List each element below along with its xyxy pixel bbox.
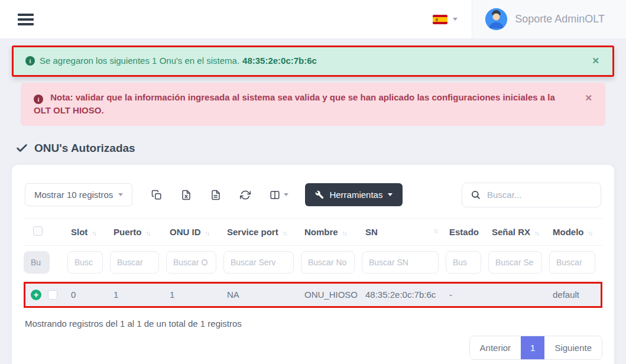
table-row: + 0 1 1 NA ONU_HIOSO 48:35:2e:0c:7b:6c -… xyxy=(24,282,602,308)
cell-puerto: 1 xyxy=(110,282,166,308)
refresh-button[interactable] xyxy=(231,185,260,205)
sort-icon: ↑↓ xyxy=(534,229,539,236)
header-onu-id[interactable]: ONU ID↑↓ xyxy=(166,218,223,246)
success-alert-text: Se agregaron los siguientes 1 Onu's en e… xyxy=(40,54,239,68)
refresh-icon xyxy=(240,190,251,200)
cell-sn: 48:35:2e:0c:7b:6c xyxy=(362,282,446,308)
tools-dropdown-button[interactable]: Herramientas xyxy=(305,183,403,206)
info-icon: i xyxy=(25,56,35,66)
close-icon[interactable]: ✕ xyxy=(585,92,592,105)
export-excel-button[interactable] xyxy=(171,185,201,205)
tools-dropdown-label: Herramientas xyxy=(329,190,382,200)
spain-flag-icon xyxy=(433,15,447,24)
filter-slot-input[interactable] xyxy=(67,251,103,274)
sort-icon: ↑↓ xyxy=(588,229,592,236)
excel-file-icon xyxy=(181,190,192,200)
chevron-down-icon xyxy=(118,193,123,196)
sort-icon: ↑↓ xyxy=(205,229,209,236)
search-input[interactable] xyxy=(487,190,592,200)
copy-icon xyxy=(151,190,162,200)
chevron-down-icon xyxy=(453,18,458,21)
filter-onu-id-input[interactable] xyxy=(166,251,216,274)
pagination-page-1-button[interactable]: 1 xyxy=(521,336,544,359)
row-checkbox[interactable] xyxy=(48,290,57,300)
header-slot[interactable]: Slot↑↓ xyxy=(67,218,110,246)
header-sn[interactable]: SN↑↓ xyxy=(362,218,446,246)
search-icon xyxy=(471,190,481,200)
user-menu[interactable]: Soporte AdminOLT xyxy=(472,0,626,38)
column-visibility-button[interactable] xyxy=(260,185,298,205)
header-select xyxy=(24,218,67,246)
sort-icon: ↑↓ xyxy=(433,227,437,234)
export-file-button[interactable] xyxy=(201,185,231,205)
check-icon xyxy=(15,142,28,155)
copy-button[interactable] xyxy=(142,185,171,205)
page-title: ONU's Autorizadas xyxy=(15,142,611,155)
select-all-checkbox[interactable] xyxy=(33,226,43,236)
header-senal-rx[interactable]: Señal RX↑↓ xyxy=(488,218,549,246)
cell-service-port: NA xyxy=(223,282,301,308)
chevron-down-icon xyxy=(284,193,288,196)
header-modelo[interactable]: Modelo↑↓ xyxy=(549,218,602,246)
onu-table-card: Mostrar 10 registros xyxy=(12,165,614,364)
sort-icon: ↑↓ xyxy=(342,229,346,236)
warning-alert: i Nota: validar que la información ingre… xyxy=(21,83,605,126)
filter-puerto-input[interactable] xyxy=(110,251,159,274)
success-alert: i Se agregaron los siguientes 1 Onu's en… xyxy=(14,47,612,75)
pagination-prev-button[interactable]: Anterior xyxy=(470,336,521,359)
cell-slot: 0 xyxy=(67,282,110,308)
page-title-text: ONU's Autorizadas xyxy=(34,142,135,155)
table-toolbar: Mostrar 10 registros xyxy=(25,183,601,207)
sort-icon: ↑↓ xyxy=(92,229,96,236)
filter-estado-input[interactable] xyxy=(446,251,481,274)
cell-nombre: ONU_HIOSO xyxy=(301,282,362,308)
sort-icon: ↑↓ xyxy=(283,229,287,236)
user-name: Soporte AdminOLT xyxy=(515,13,605,25)
header-service-port[interactable]: Service port↑↓ xyxy=(223,218,301,246)
cell-onu-id: 1 xyxy=(166,282,223,308)
sort-icon: ↑↓ xyxy=(146,229,150,236)
columns-icon xyxy=(270,190,280,200)
header-estado: Estado xyxy=(446,218,488,246)
entries-dropdown-label: Mostrar 10 registros xyxy=(34,190,113,200)
wrench-icon xyxy=(315,190,324,199)
warning-alert-text: Nota: validar que la información ingresa… xyxy=(34,92,555,116)
cell-estado: - xyxy=(446,282,488,308)
table-summary: Mostrando registros del 1 al 1 de un tot… xyxy=(25,318,601,329)
filter-select-input xyxy=(24,251,50,274)
filter-sn-input[interactable] xyxy=(362,251,439,274)
filter-modelo-input[interactable] xyxy=(549,251,595,274)
top-navbar: Soporte AdminOLT xyxy=(0,0,626,39)
filter-senal-rx-input[interactable] xyxy=(488,251,542,274)
chevron-down-icon xyxy=(388,193,393,196)
avatar xyxy=(485,8,507,30)
entries-dropdown[interactable]: Mostrar 10 registros xyxy=(25,183,132,206)
pagination-next-button[interactable]: Siguiente xyxy=(544,336,602,359)
table-search xyxy=(462,183,601,207)
header-row: Slot↑↓ Puerto↑↓ ONU ID↑↓ Service port↑↓ … xyxy=(24,218,602,246)
header-nombre[interactable]: Nombre↑↓ xyxy=(301,218,362,246)
info-icon: i xyxy=(34,95,43,104)
filter-service-port-input[interactable] xyxy=(223,251,294,274)
cell-senal-rx xyxy=(488,282,549,308)
annotation-success-alert: i Se agregaron los siguientes 1 Onu's en… xyxy=(12,46,614,77)
expand-row-icon[interactable]: + xyxy=(31,290,41,300)
menu-toggle-icon[interactable] xyxy=(18,14,34,25)
close-icon[interactable]: ✕ xyxy=(592,54,599,68)
success-alert-sn: 48:35:2e:0c:7b:6c xyxy=(242,54,317,68)
filter-row xyxy=(24,246,602,282)
language-selector[interactable] xyxy=(419,0,472,38)
onu-table: Slot↑↓ Puerto↑↓ ONU ID↑↓ Service port↑↓ … xyxy=(24,218,602,308)
pagination: Anterior 1 Siguiente xyxy=(469,336,602,360)
header-puerto[interactable]: Puerto↑↓ xyxy=(110,218,166,246)
cell-modelo: default xyxy=(549,282,602,308)
filter-nombre-input[interactable] xyxy=(301,251,355,274)
file-text-icon xyxy=(210,190,221,200)
